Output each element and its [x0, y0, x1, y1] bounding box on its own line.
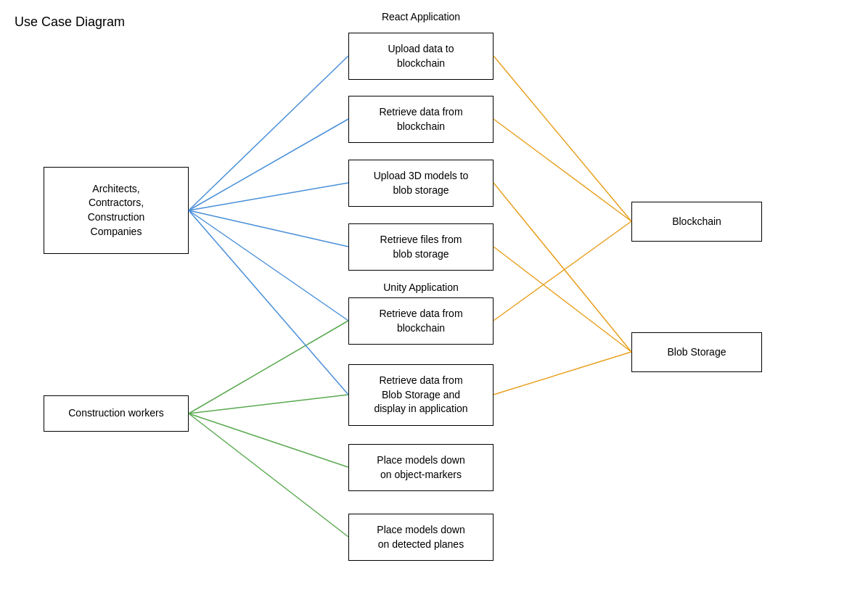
svg-line-5: [189, 321, 348, 414]
svg-line-12: [494, 183, 631, 352]
actor-construction-workers: Construction workers: [44, 395, 189, 432]
svg-line-14: [494, 221, 631, 321]
svg-line-8: [189, 414, 348, 537]
usecase-place-models-markers-label: Place models downon object-markers: [377, 453, 464, 482]
usecase-place-models-planes-label: Place models downon detected planes: [377, 523, 464, 551]
usecase-retrieve-blockchain-unity: Retrieve data fromblockchain: [348, 297, 494, 345]
usecase-retrieve-blockchain-react: Retrieve data fromblockchain: [348, 96, 494, 143]
usecase-place-models-markers: Place models downon object-markers: [348, 444, 494, 491]
usecase-retrieve-files-blob: Retrieve files fromblob storage: [348, 223, 494, 271]
system-blockchain-label: Blockchain: [672, 215, 721, 229]
usecase-upload-3d-models: Upload 3D models toblob storage: [348, 160, 494, 207]
actor-architects: Architects,Contractors,ConstructionCompa…: [44, 167, 189, 254]
usecase-retrieve-blockchain-unity-label: Retrieve data fromblockchain: [379, 307, 462, 335]
unity-application-label: Unity Application: [348, 281, 494, 293]
usecase-retrieve-blockchain-react-label: Retrieve data fromblockchain: [379, 105, 462, 133]
svg-line-10: [494, 56, 631, 221]
system-blob-storage: Blob Storage: [631, 332, 762, 372]
usecase-retrieve-blob-display-label: Retrieve data fromBlob Storage anddispla…: [374, 374, 467, 416]
svg-line-7: [189, 414, 348, 467]
svg-line-2: [189, 183, 348, 210]
svg-line-15: [494, 352, 631, 395]
diagram-container: Use Case Diagram Architects,Contractors,…: [0, 0, 868, 592]
svg-line-9: [189, 210, 348, 395]
usecase-upload-blockchain-label: Upload data toblockchain: [388, 42, 454, 70]
svg-line-1: [189, 119, 348, 210]
svg-line-6: [189, 395, 348, 414]
usecase-retrieve-blob-display: Retrieve data fromBlob Storage anddispla…: [348, 364, 494, 426]
actor-architects-label: Architects,Contractors,ConstructionCompa…: [88, 182, 145, 239]
system-blockchain: Blockchain: [631, 202, 762, 242]
svg-line-13: [494, 247, 631, 352]
actor-construction-workers-label: Construction workers: [68, 406, 164, 421]
svg-line-11: [494, 119, 631, 221]
svg-line-0: [189, 56, 348, 210]
svg-line-3: [189, 210, 348, 247]
connection-lines: [0, 0, 868, 592]
usecase-place-models-planes: Place models downon detected planes: [348, 514, 494, 561]
diagram-title: Use Case Diagram: [15, 15, 125, 30]
svg-line-4: [189, 210, 348, 321]
usecase-upload-blockchain: Upload data toblockchain: [348, 33, 494, 80]
react-application-label: React Application: [348, 11, 494, 22]
usecase-retrieve-files-blob-label: Retrieve files fromblob storage: [380, 233, 462, 261]
usecase-upload-3d-models-label: Upload 3D models toblob storage: [374, 169, 469, 197]
system-blob-storage-label: Blob Storage: [668, 345, 726, 360]
